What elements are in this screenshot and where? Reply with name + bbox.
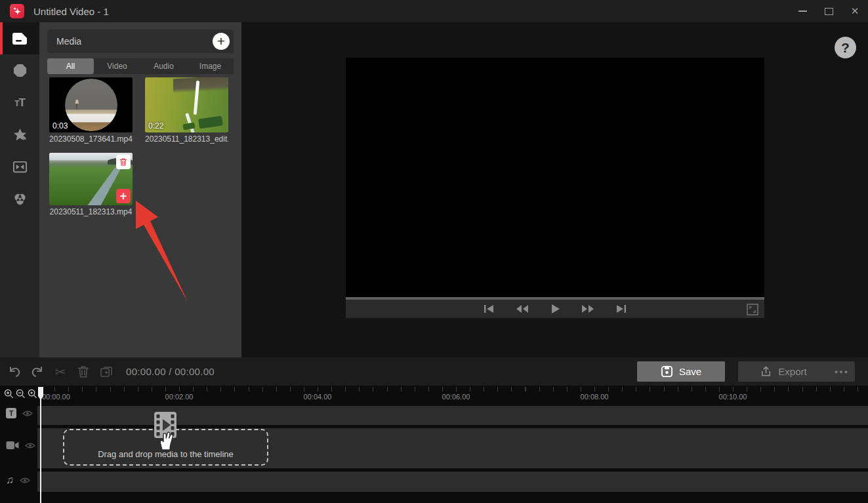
export-more-button[interactable]: ●●● <box>829 369 855 375</box>
media-panel-title: Media <box>56 36 81 47</box>
rewind-button[interactable] <box>515 303 529 315</box>
media-filename: 20230508_173641.mp4 <box>49 134 133 144</box>
tab-image[interactable]: Image <box>187 58 234 74</box>
tab-all[interactable]: All <box>47 58 94 74</box>
media-item: + 20230511_182313.mp4 <box>49 153 133 216</box>
text-track-icon: T <box>6 408 16 418</box>
ruler-ticks <box>41 387 868 392</box>
sidebar-item-media[interactable] <box>0 22 39 54</box>
music-note-icon: ♫ <box>6 474 14 486</box>
timecode-display: 00:00.00 / 00:00.00 <box>126 366 215 377</box>
media-panel: Media + All Video Audio Image 0:03 20230… <box>39 22 241 357</box>
ruler-label: 00:06.00 <box>442 393 470 401</box>
hand-cursor-icon <box>156 429 176 451</box>
video-track-header <box>6 441 35 450</box>
app-logo-icon <box>10 4 24 18</box>
export-label: Export <box>778 366 806 377</box>
export-main[interactable]: Export <box>738 365 829 378</box>
media-tabs: All Video Audio Image <box>47 58 234 74</box>
skip-start-button[interactable] <box>482 303 495 315</box>
visibility-eye-icon[interactable] <box>25 442 35 449</box>
fullscreen-button[interactable] <box>746 303 759 316</box>
close-button[interactable]: ✕ <box>842 0 868 22</box>
timeline: 00:00.00 00:02.00 00:04.00 00:06.00 00:0… <box>0 386 868 503</box>
sidebar-item-effects[interactable] <box>0 119 39 151</box>
preview-area: ? <box>241 22 868 357</box>
sidebar: TT <box>0 22 39 357</box>
save-label: Save <box>679 366 701 377</box>
save-icon <box>661 365 673 378</box>
cut-button[interactable]: ✂ <box>52 364 68 380</box>
effects-star-icon <box>12 127 28 142</box>
sidebar-item-text[interactable]: TT <box>0 87 39 119</box>
sidebar-item-filters[interactable] <box>0 183 39 215</box>
ruler-label: 00:04.00 <box>304 393 332 401</box>
media-icon <box>11 31 28 47</box>
duplicate-button[interactable] <box>98 364 114 380</box>
playhead-line[interactable] <box>40 387 41 503</box>
thumbnail-image <box>65 79 117 131</box>
app-window: Untitled Video - 1 ✕ TT <box>0 0 868 503</box>
trash-icon <box>119 157 128 167</box>
sidebar-item-elements[interactable] <box>0 54 39 87</box>
video-canvas <box>346 58 764 297</box>
add-media-button[interactable]: + <box>213 33 230 50</box>
tab-video[interactable]: Video <box>94 58 140 74</box>
timeline-zoom-tools <box>0 386 37 399</box>
zoom-in-icon[interactable] <box>4 389 14 399</box>
media-panel-header: Media + <box>47 30 234 53</box>
filters-icon <box>12 191 28 207</box>
media-filename: 20230511_182313.mp4 <box>49 207 133 216</box>
play-button[interactable] <box>549 303 561 315</box>
video-camera-icon <box>6 441 19 450</box>
fast-forward-button[interactable] <box>581 303 595 315</box>
title-bar: Untitled Video - 1 ✕ <box>0 0 868 22</box>
maximize-button[interactable] <box>816 0 842 22</box>
skip-end-button[interactable] <box>615 303 628 315</box>
text-icon: TT <box>14 96 25 110</box>
redo-button[interactable] <box>30 364 45 380</box>
visibility-eye-icon[interactable] <box>20 477 30 484</box>
media-thumbnail[interactable]: 0:22 <box>145 77 228 132</box>
export-icon <box>760 365 772 378</box>
media-filename: 20230511_182313_edit... <box>145 134 228 144</box>
text-track-header: T <box>6 408 33 418</box>
playback-control-bar <box>346 297 764 318</box>
shapes-icon <box>12 63 28 78</box>
help-button[interactable]: ? <box>835 37 856 58</box>
visibility-eye-icon[interactable] <box>22 410 33 417</box>
duration-badge: 0:22 <box>148 121 163 131</box>
audio-track[interactable] <box>37 472 868 492</box>
audio-track-header: ♫ <box>6 474 30 486</box>
window-title: Untitled Video - 1 <box>33 6 109 17</box>
duration-badge: 0:03 <box>52 121 68 131</box>
timeline-gutter: T ♫ <box>0 386 37 503</box>
timeline-ruler[interactable]: 00:00.00 00:02.00 00:04.00 00:06.00 00:0… <box>37 386 868 405</box>
sidebar-item-transitions[interactable] <box>0 151 39 183</box>
zoom-out-icon[interactable] <box>16 389 26 399</box>
ruler-label: 00:02.00 <box>165 393 194 401</box>
transitions-icon <box>12 159 28 174</box>
add-to-timeline-button[interactable]: + <box>116 189 131 203</box>
edit-tool-icons: ✂ <box>7 364 114 380</box>
save-button[interactable]: Save <box>637 361 725 382</box>
ruler-label: 00:00.00 <box>42 393 70 401</box>
ruler-label: 00:10.00 <box>719 393 747 401</box>
transport-controls <box>346 300 764 318</box>
minimize-button[interactable] <box>789 0 816 22</box>
media-item: 0:22 20230511_182313_edit... <box>145 77 228 144</box>
delete-button[interactable] <box>75 364 91 380</box>
export-button[interactable]: Export ●●● <box>738 361 855 382</box>
media-thumbnail[interactable]: 0:03 <box>49 77 133 132</box>
window-controls: ✕ <box>789 0 868 22</box>
tab-audio[interactable]: Audio <box>140 58 187 74</box>
media-item: 0:03 20230508_173641.mp4 <box>49 77 133 144</box>
ruler-label: 00:08.00 <box>581 393 609 401</box>
zoom-fit-icon[interactable] <box>28 389 37 399</box>
undo-button[interactable] <box>7 364 22 380</box>
delete-media-button[interactable] <box>116 155 131 169</box>
media-thumbnail[interactable]: + <box>49 153 133 205</box>
